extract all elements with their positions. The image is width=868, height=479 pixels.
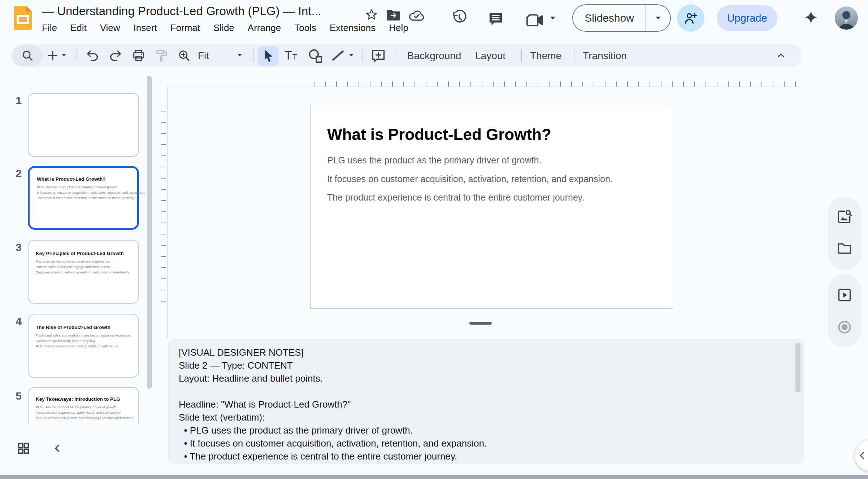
comments-icon[interactable] <box>487 11 504 27</box>
thumbnail-title: Key Takeaways: Introduction to PLG <box>36 396 120 402</box>
slideshow-button[interactable]: Slideshow <box>572 4 671 32</box>
bottom-scrollbar[interactable] <box>0 475 868 479</box>
camera-dropdown-caret-icon[interactable] <box>549 16 557 21</box>
move-to-folder-icon[interactable] <box>386 9 401 21</box>
menu-help[interactable]: Help <box>389 22 408 34</box>
menu-view[interactable]: View <box>100 22 120 34</box>
layout-button[interactable]: Layout <box>475 50 505 62</box>
thumbnail-bullet: PLG addresses rising costs and changing … <box>36 416 134 420</box>
account-avatar[interactable] <box>835 6 858 30</box>
hide-menus-chevron-icon[interactable] <box>775 50 787 61</box>
line-tool-icon[interactable] <box>330 48 346 63</box>
slideshow-options-caret-icon[interactable] <box>646 16 670 21</box>
vertical-ruler <box>161 111 166 309</box>
toolbar-divider <box>574 49 574 62</box>
zoom-button[interactable] <box>177 48 191 63</box>
slide-2-thumbnail-selected[interactable]: What is Product-Led Growth? PLG uses the… <box>28 166 139 230</box>
notes-line: Headline: "What is Product-Led Growth?" <box>179 399 351 412</box>
slide-4-thumbnail[interactable]: The Rise of Product-Led Growth Tradition… <box>28 314 139 378</box>
toolbar-divider <box>466 49 466 62</box>
zoom-select[interactable]: Fit <box>198 50 209 62</box>
textbox-tool-icon[interactable]: TT <box>285 48 297 62</box>
thumbnail-title: What is Product-Led Growth? <box>37 176 106 182</box>
toolbar-divider <box>521 49 522 62</box>
menu-file[interactable]: File <box>42 22 57 34</box>
print-button[interactable] <box>131 48 146 63</box>
toolbar-divider <box>363 49 363 62</box>
undo-button[interactable] <box>85 48 100 63</box>
thumbnail-bullet: Provide value quickly to engage and reta… <box>36 265 111 269</box>
slide-editor-canvas[interactable]: What is Product-Led Growth? PLG uses the… <box>310 105 673 309</box>
menubar: File Edit View Insert Format Slide Arran… <box>42 22 408 34</box>
notes-line: • It focuses on customer acquisition, ac… <box>179 438 487 451</box>
notes-resize-handle[interactable] <box>469 322 492 325</box>
slide-bullet-text[interactable]: PLG uses the product as the primary driv… <box>327 155 541 166</box>
thumbnail-bullet: Focus on user experience, quick value, a… <box>36 410 121 414</box>
slide-bullet-text[interactable]: It focuses on customer acquisition, acti… <box>327 174 613 184</box>
toolbar-search-button[interactable] <box>12 45 43 66</box>
thumbnail-bullet: PLG offers a more efficient and scalable… <box>36 344 119 348</box>
menu-extensions[interactable]: Extensions <box>330 22 376 34</box>
notes-scrollbar[interactable] <box>795 343 800 392</box>
slide-1-thumbnail[interactable] <box>28 93 139 157</box>
toolbar-divider <box>253 49 254 62</box>
thumbnail-bullet: PLG uses the product as the primary driv… <box>36 405 117 409</box>
redo-button[interactable] <box>108 48 123 63</box>
slide-5-thumbnail[interactable]: Key Takeaways: Introduction to PLG PLG u… <box>28 387 139 423</box>
line-tool-caret-icon[interactable] <box>348 53 355 57</box>
menu-slide[interactable]: Slide <box>213 22 234 34</box>
share-button[interactable] <box>677 4 704 32</box>
toolbar <box>11 44 802 67</box>
image-search-icon[interactable] <box>837 209 852 225</box>
gemini-icon[interactable] <box>804 10 818 25</box>
notes-line: • PLG uses the product as the primary dr… <box>179 425 413 438</box>
collapse-filmstrip-chevron-icon[interactable] <box>52 443 63 454</box>
canvas-left-border <box>167 87 168 338</box>
slide-2-number: 2 <box>9 167 22 180</box>
paint-format-button[interactable] <box>155 48 169 63</box>
canvas-top-border <box>167 87 803 87</box>
present-preview-icon[interactable] <box>837 287 852 303</box>
record-icon[interactable] <box>837 319 852 335</box>
theme-button[interactable]: Theme <box>530 50 561 62</box>
thumbnail-bullet: Empower users to self-serve and find sol… <box>36 270 130 274</box>
speaker-notes-panel[interactable]: [VISUAL DESIGNER NOTES] Slide 2 — Type: … <box>168 339 804 464</box>
menu-edit[interactable]: Edit <box>70 22 87 34</box>
grid-view-button[interactable] <box>17 441 30 455</box>
slide-3-thumbnail[interactable]: Key Principles of Product-Led Growth Foc… <box>28 240 139 304</box>
menu-tools[interactable]: Tools <box>294 22 316 34</box>
notes-line: Slide 2 — Type: CONTENT <box>179 360 293 373</box>
folder-icon[interactable] <box>837 241 852 256</box>
menu-format[interactable]: Format <box>170 22 200 34</box>
filmstrip-scrollbar[interactable] <box>147 76 152 389</box>
open-side-panel-button[interactable] <box>855 440 868 471</box>
upgrade-button[interactable]: Upgrade <box>717 5 777 31</box>
slide-title-text[interactable]: What is Product-Led Growth? <box>327 126 551 144</box>
slide-4-number: 4 <box>9 315 22 328</box>
canvas-right-border <box>803 87 803 325</box>
transition-button[interactable]: Transition <box>583 50 627 62</box>
version-history-icon[interactable] <box>451 9 468 27</box>
new-slide-button[interactable] <box>45 48 60 63</box>
thumbnail-bullet: Focus on delivering exceptional user exp… <box>36 259 110 263</box>
menu-insert[interactable]: Insert <box>134 22 157 34</box>
select-tool-button[interactable] <box>258 46 279 66</box>
shape-tool-icon[interactable] <box>308 48 324 63</box>
add-comment-button[interactable] <box>370 48 386 64</box>
cloud-saved-icon[interactable] <box>409 9 425 22</box>
menu-arrange[interactable]: Arrange <box>248 22 281 34</box>
meet-camera-icon[interactable] <box>526 14 544 27</box>
zoom-select-caret-icon[interactable] <box>236 53 243 57</box>
new-slide-caret-icon[interactable] <box>61 53 67 57</box>
upgrade-label: Upgrade <box>727 12 767 24</box>
slide-1-number: 1 <box>9 95 22 107</box>
side-rail-group-top <box>828 197 861 270</box>
thumbnail-bullet: Customers prefer to try before they buy. <box>36 339 96 343</box>
slide-bullet-text[interactable]: The product experience is central to the… <box>327 192 584 203</box>
notes-line: Slide text (verbatim): <box>179 412 265 425</box>
background-button[interactable]: Background <box>407 50 461 62</box>
document-title[interactable]: — Understanding Product-Led Growth (PLG)… <box>42 4 321 18</box>
thumbnail-bullet: The product experience is central to the… <box>37 196 135 200</box>
toolbar-divider <box>395 49 395 62</box>
star-icon[interactable] <box>365 8 378 22</box>
